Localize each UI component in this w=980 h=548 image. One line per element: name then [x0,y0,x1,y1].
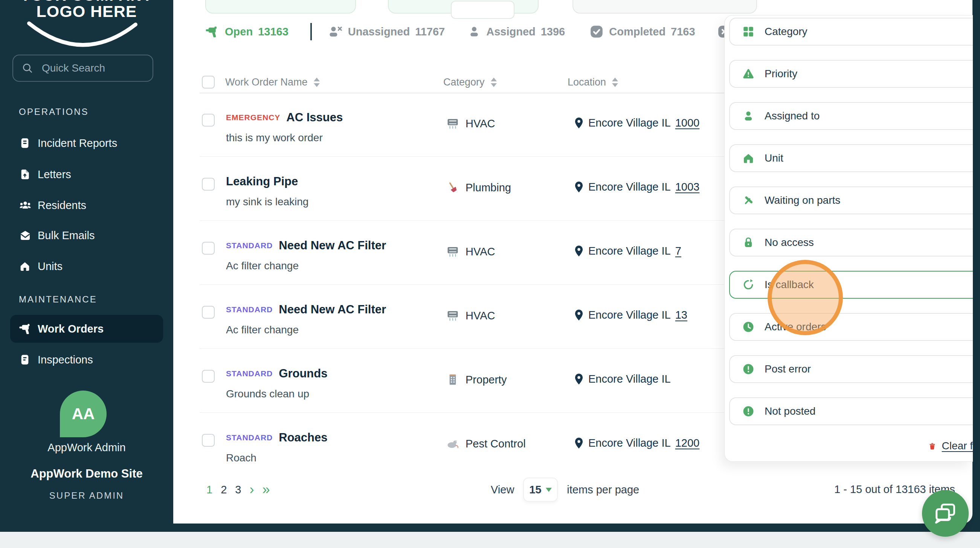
page-size-control: View 15 items per page [491,475,639,504]
search-input[interactable] [41,62,137,75]
tab-label: Completed [609,25,665,38]
bulk-emails-icon [19,229,32,241]
hammer-icon [742,194,755,207]
alert-circle-icon [742,405,755,418]
location-pin-icon [574,245,584,257]
check-square-icon [589,24,604,39]
sidebar-item-units[interactable]: Units [0,255,173,277]
sidebar-item-label: Residents [38,199,86,212]
logo-arc [0,0,173,56]
filter-chip-unit[interactable]: Unit [729,144,973,172]
page-size-value: 15 [529,484,541,496]
user-role: SUPER ADMIN [0,491,173,501]
tab-divider [310,23,312,40]
column-label: Work Order Name [225,76,308,88]
company-logo: YOUR COMPANY LOGO HERE [0,0,173,56]
filter-chip-no-access[interactable]: No access [729,229,973,256]
row-checkbox[interactable] [202,242,215,255]
filter-chip-label: Assigned to [765,110,819,122]
row-checkbox[interactable] [202,434,215,447]
filter-chip-not-posted[interactable]: Not posted [729,397,973,425]
sidebar-item-label: Inspections [38,354,93,366]
filter-chip-active-orders[interactable]: Active orders [729,313,973,341]
tab-open[interactable]: Open 13163 [205,24,288,39]
work-order-subtitle: my sink is leaking [226,196,309,208]
unit-link[interactable]: 1200 [675,437,700,449]
row-checkbox[interactable] [202,370,215,383]
page-number-3[interactable]: 3 [235,484,241,496]
filter-chip-post-error[interactable]: Post error [729,355,973,383]
category-label: Pest Control [466,438,526,450]
page-number-1[interactable]: 1 [207,484,212,496]
tab-count: 11767 [415,25,445,38]
quick-search[interactable] [13,55,153,82]
units-icon [19,260,31,272]
select-all-checkbox[interactable] [202,76,215,89]
row-checkbox[interactable] [202,306,215,319]
view-label: View [491,484,514,496]
avatar[interactable]: AA [60,390,107,437]
unit-house-icon [742,152,755,164]
work-order-subtitle: Ac filter change [226,324,299,336]
work-order-title: AC Issues [286,111,343,124]
clear-filter-link[interactable]: Clear f [928,436,973,456]
avatar-initials: AA [72,405,95,423]
hvac-icon [446,117,460,130]
chat-button[interactable] [922,490,969,537]
category-label: Plumbing [466,182,511,194]
incident-reports-icon [19,137,31,149]
top-toolbar-pill-2[interactable] [388,0,539,14]
filter-chip-assigned-to[interactable]: Assigned to [729,102,973,130]
sort-location[interactable] [612,78,618,87]
sidebar-item-inspections[interactable]: Inspections [0,348,173,371]
sidebar-item-label: Units [38,260,62,273]
last-page-arrow[interactable]: » [262,484,270,495]
sort-category[interactable] [491,78,497,87]
filter-chip-is-callback[interactable]: Is callback [729,271,973,299]
location-label: Encore Village IL [588,437,671,449]
work-order-subtitle: Roach [226,452,256,464]
sidebar-item-bulk-emails[interactable]: Bulk Emails [0,224,173,247]
sidebar-item-label: Bulk Emails [38,229,95,242]
column-label: Location [568,76,606,88]
page-size-select[interactable]: 15 [523,478,558,502]
sidebar-item-residents[interactable]: Residents [0,194,173,217]
trash-icon [928,440,937,452]
user-name: AppWork Admin [0,441,173,454]
row-checkbox[interactable] [202,178,215,191]
sort-work-order-name[interactable] [314,78,320,87]
filter-chip-priority[interactable]: Priority [729,60,973,88]
top-toolbar-pill-1[interactable] [205,0,356,14]
sidebar-item-incident-reports[interactable]: Incident Reports [0,132,173,155]
inspections-icon [19,354,31,366]
chevron-down-icon [546,488,552,492]
location-pin-icon [574,117,584,129]
priority-badge: STANDARD [226,305,273,314]
unit-link[interactable]: 13 [675,309,687,321]
top-toolbar-pill-3[interactable] [573,0,757,14]
sidebar-item-work-orders[interactable]: Work Orders [10,315,163,343]
category-label: HVAC [466,310,495,322]
filter-chip-waiting-on-parts[interactable]: Waiting on parts [729,186,973,214]
hvac-icon [446,309,460,322]
category-label: HVAC [466,245,495,258]
filter-chip-category[interactable]: Category [729,18,973,46]
row-checkbox[interactable] [202,114,215,127]
unit-link[interactable]: 1000 [675,117,700,129]
tab-count: 1396 [541,25,565,38]
tab-assigned[interactable]: Assigned 1396 [468,24,565,39]
filter-dropdown-panel: Category Priority Assigned to Unit [724,15,973,462]
tab-unassigned[interactable]: Unassigned 11767 [328,24,445,39]
unit-link[interactable]: 1003 [675,181,700,193]
tab-completed[interactable]: Completed 7163 [589,24,695,39]
sidebar-item-letters[interactable]: Letters [0,163,173,186]
section-label-operations: OPERATIONS [19,107,89,117]
site-name: AppWork Demo Site [0,467,173,481]
column-label: Category [443,76,485,88]
next-page-arrow[interactable]: › [249,484,254,495]
page-number-2[interactable]: 2 [221,484,227,496]
letters-icon [19,168,31,180]
tab-count: 7163 [671,25,695,38]
unit-link[interactable]: 7 [675,245,681,257]
work-order-title: Grounds [279,367,327,381]
